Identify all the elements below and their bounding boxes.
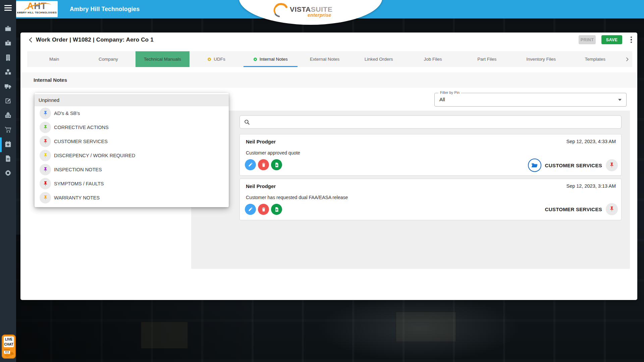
- dropdown-item-warranty-notes[interactable]: WARRANTY NOTES: [35, 191, 229, 205]
- pushpin-icon: [42, 153, 49, 159]
- dropdown-item-label: DISCREPENCY / WORK REQUIRED: [54, 153, 135, 158]
- tab-templates[interactable]: Templates: [568, 51, 622, 67]
- pin-circle: [40, 150, 51, 161]
- tab-label: Job Files: [424, 57, 442, 62]
- enterprise-word: enterprise: [308, 12, 331, 18]
- print-button[interactable]: PRINT: [579, 35, 596, 44]
- sidebar-item-document[interactable]: [4, 155, 12, 162]
- pin-circle: [40, 108, 51, 119]
- pushpin-icon: [42, 167, 49, 173]
- vistasuite-swoosh-icon: [272, 2, 288, 18]
- pushpin-icon: [42, 195, 49, 201]
- building-icon: [4, 54, 12, 61]
- note-pin-button[interactable]: [606, 159, 618, 171]
- chat-robot-icon: [3, 348, 14, 358]
- note-body: Customer approved quote: [246, 150, 300, 156]
- dropdown-item-label: WARRANTY NOTES: [54, 195, 100, 200]
- tab-label: UDFs: [214, 57, 225, 62]
- note-card: Neil Prodger Sep 12, 2023, 3:13 AM Custo…: [239, 179, 622, 220]
- page-title: Work Order | W1082 | Company: Aero Co 1: [36, 37, 154, 43]
- note-card: Neil Prodger Sep 12, 2023, 4:33 AM Custo…: [239, 134, 622, 176]
- filter-by-pin-select[interactable]: Filter by Pin All: [434, 93, 627, 107]
- filter-value: All: [439, 97, 445, 102]
- dropdown-item-label: SYMPTOMS / FAULTS: [54, 181, 104, 186]
- pencil-icon: [248, 162, 253, 168]
- note-category: CUSTOMER SERVICES: [545, 206, 602, 212]
- tab-main[interactable]: Main: [27, 51, 81, 67]
- edit-note-button[interactable]: [245, 204, 256, 215]
- pencil-icon: [248, 206, 253, 212]
- sidebar-item-calendar-plus-active[interactable]: [4, 140, 12, 148]
- note-category-group: CUSTOMER SERVICES: [545, 203, 618, 215]
- pushpin-icon: [42, 124, 49, 131]
- save-button[interactable]: SAVE: [601, 35, 622, 44]
- back-chevron-icon: [27, 36, 35, 44]
- delete-note-button[interactable]: [258, 204, 269, 215]
- search-input[interactable]: [253, 116, 619, 128]
- tab-linked-orders[interactable]: Linked Orders: [352, 51, 406, 67]
- sidebar-item-cart[interactable]: [4, 126, 12, 133]
- note-timestamp: Sep 12, 2023, 3:13 AM: [566, 183, 616, 189]
- delete-note-button[interactable]: [258, 159, 269, 170]
- sidebar-item-toolbox[interactable]: [4, 40, 12, 47]
- truck-icon: [4, 83, 12, 90]
- open-folder-button[interactable]: [528, 159, 541, 172]
- tab-label: Linked Orders: [365, 57, 393, 62]
- active-tab-underline: [244, 66, 298, 67]
- app-viewport: LIVE CHAT AHT AMBRY HILL TECHNOLOGIES Am…: [0, 0, 644, 362]
- tab-udfs[interactable]: UDFs: [190, 51, 244, 67]
- dropdown-item-label: AD's & SB's: [54, 111, 80, 116]
- note-pin-button[interactable]: [606, 203, 618, 215]
- tab-job-files[interactable]: Job Files: [406, 51, 460, 67]
- pushpin-icon: [42, 110, 49, 117]
- note-author: Neil Prodger: [246, 183, 276, 189]
- vistasuite-logo: VISTASUITE enterprise: [272, 1, 373, 18]
- dropdown-item-ads-sbs[interactable]: AD's & SB's: [35, 106, 229, 120]
- suite-word: SUITE: [311, 5, 332, 13]
- dropdown-item-inspection-notes[interactable]: INSPECTION NOTES: [35, 163, 229, 177]
- sidebar-item-boxes[interactable]: [4, 68, 12, 76]
- sidebar-item-truck[interactable]: [4, 83, 12, 90]
- edit-note-button[interactable]: [245, 159, 256, 170]
- aht-logo-letters: AHT: [16, 1, 58, 11]
- dropdown-item-corrective-actions[interactable]: CORRECTIVE ACTIONS: [35, 120, 229, 134]
- tab-label: Company: [99, 57, 118, 62]
- dropdown-item-discrepency-work-required[interactable]: DISCREPENCY / WORK REQUIRED: [35, 148, 229, 163]
- pin-circle: [40, 178, 51, 189]
- dropdown-item-unpinned[interactable]: Unpinned: [35, 94, 229, 106]
- tab-label: External Notes: [310, 57, 340, 62]
- sidebar-item-settings[interactable]: [4, 169, 12, 177]
- pushpin-icon: [608, 206, 615, 213]
- tab-label: Templates: [585, 57, 606, 62]
- add-file-button[interactable]: [271, 159, 282, 170]
- dropdown-item-customer-services[interactable]: CUSTOMER SERVICES: [35, 134, 229, 148]
- work-order-card: Work Order | W1082 | Company: Aero Co 1 …: [20, 33, 637, 300]
- sidebar-item-edit-note[interactable]: [4, 97, 12, 105]
- tabs-scroll-next-button[interactable]: [622, 51, 632, 67]
- cash-register-icon: [4, 112, 12, 119]
- add-file-button[interactable]: [271, 204, 282, 215]
- sidebar-item-briefcase[interactable]: [4, 25, 12, 33]
- live-chat-button[interactable]: LIVE CHAT: [2, 335, 16, 359]
- sidebar-item-cash-register[interactable]: [4, 112, 12, 119]
- more-options-button[interactable]: [627, 35, 636, 44]
- sidebar-item-building[interactable]: [4, 54, 12, 61]
- pushpin-icon: [42, 181, 49, 187]
- tab-internal-notes[interactable]: Internal Notes: [244, 51, 298, 67]
- pushpin-icon: [608, 162, 615, 169]
- toolbox-icon: [4, 40, 12, 47]
- udf-status-dot: [208, 58, 211, 61]
- note-author: Neil Prodger: [246, 139, 276, 144]
- tab-inventory-files[interactable]: Inventory Files: [514, 51, 568, 67]
- tab-part-files[interactable]: Part Files: [460, 51, 514, 67]
- tab-external-notes[interactable]: External Notes: [298, 51, 352, 67]
- note-category-group: CUSTOMER SERVICES: [528, 159, 618, 172]
- menu-icon[interactable]: [4, 5, 12, 11]
- back-button[interactable]: [27, 36, 35, 44]
- tab-technical-manuals[interactable]: Technical Manuals: [136, 51, 190, 67]
- tab-company[interactable]: Company: [81, 51, 135, 67]
- tab-bar: Main Company Technical Manuals UDFs Inte…: [27, 51, 632, 67]
- warehouse-crate: [396, 312, 456, 342]
- section-heading-strip: Internal Notes: [20, 72, 637, 88]
- dropdown-item-symptoms-faults[interactable]: SYMPTOMS / FAULTS: [35, 177, 229, 191]
